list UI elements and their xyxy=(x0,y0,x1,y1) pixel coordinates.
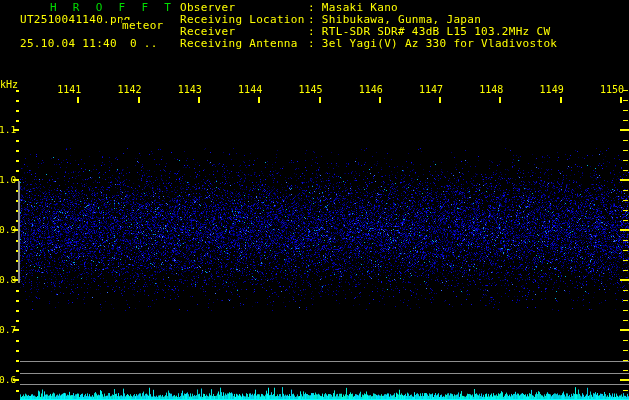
y-minor-tick-right xyxy=(623,210,628,211)
y-minor-tick-right xyxy=(623,220,628,221)
y-minor-tick xyxy=(16,390,19,392)
y-minor-tick xyxy=(16,310,19,312)
y-minor-tick xyxy=(16,160,19,162)
y-minor-tick xyxy=(16,100,19,102)
y-minor-tick xyxy=(16,360,19,362)
y-minor-tick-right xyxy=(623,240,628,241)
y-major-tick xyxy=(13,379,19,381)
x-tick xyxy=(258,97,260,103)
y-major-tick-right xyxy=(620,179,629,181)
x-tick-label: 1143 xyxy=(175,84,202,96)
y-minor-tick xyxy=(16,120,19,122)
level-reference-line xyxy=(20,373,629,374)
x-tick xyxy=(198,97,200,103)
y-minor-tick xyxy=(16,150,19,152)
y-minor-tick-right xyxy=(623,250,628,251)
y-minor-tick xyxy=(16,90,19,92)
y-minor-tick-right xyxy=(623,310,628,311)
y-major-tick xyxy=(13,329,19,331)
y-minor-tick xyxy=(16,140,19,142)
echo-counter: 0 .. xyxy=(130,38,158,50)
y-minor-tick-right xyxy=(623,100,628,101)
receiver-info-row: Receiving Antenna: 3el Yagi(V) Az 330 fo… xyxy=(180,38,557,50)
x-tick xyxy=(499,97,501,103)
y-minor-tick-right xyxy=(623,290,628,291)
x-tick xyxy=(620,97,622,103)
y-minor-tick xyxy=(16,110,19,112)
y-minor-tick-right xyxy=(623,270,628,271)
x-tick xyxy=(439,97,441,103)
y-minor-tick-right xyxy=(623,370,628,371)
y-minor-tick-right xyxy=(623,300,628,301)
y-minor-tick xyxy=(16,290,19,292)
x-tick-label: 1141 xyxy=(54,84,81,96)
y-major-tick-right xyxy=(620,329,629,331)
y-minor-tick xyxy=(16,170,19,172)
y-minor-tick-right xyxy=(623,390,628,391)
y-major-tick xyxy=(13,129,19,131)
y-minor-tick-right xyxy=(623,120,628,121)
x-tick-label: 1142 xyxy=(115,84,142,96)
hrofft-window: H R O F F T UT2510041140.png meteor 25.1… xyxy=(0,0,629,400)
y-minor-tick-right xyxy=(623,150,628,151)
y-minor-tick-right xyxy=(623,190,628,191)
x-tick-label: 1149 xyxy=(537,84,564,96)
y-minor-tick-right xyxy=(623,200,628,201)
spectrogram-canvas xyxy=(0,0,629,400)
x-tick-label: 1147 xyxy=(416,84,443,96)
y-minor-tick-right xyxy=(623,140,628,141)
filename: UT2510041140.png xyxy=(20,14,131,26)
y-minor-tick xyxy=(16,320,19,322)
y-minor-tick-right xyxy=(623,170,628,171)
x-tick-label: 1148 xyxy=(476,84,503,96)
y-major-tick-right xyxy=(620,279,629,281)
noise-band-marker-bar xyxy=(18,181,20,283)
y-minor-tick xyxy=(16,340,19,342)
y-minor-tick-right xyxy=(623,260,628,261)
level-reference-line xyxy=(20,361,629,362)
y-minor-tick xyxy=(16,350,19,352)
y-minor-tick-right xyxy=(623,320,628,321)
y-major-tick-right xyxy=(620,129,629,131)
level-reference-line xyxy=(20,384,629,385)
y-minor-tick-right xyxy=(623,110,628,111)
y-minor-tick xyxy=(16,370,19,372)
x-tick-label: 1150 xyxy=(597,84,624,96)
x-tick xyxy=(138,97,140,103)
x-tick-label: 1146 xyxy=(356,84,383,96)
y-minor-tick-right xyxy=(623,340,628,341)
y-minor-tick xyxy=(16,300,19,302)
observation-name: meteor xyxy=(122,20,164,32)
y-major-tick-right xyxy=(620,229,629,231)
field-separator: : xyxy=(308,37,322,50)
field-label: Receiving Antenna xyxy=(180,38,308,50)
x-tick-label: 1145 xyxy=(296,84,323,96)
x-tick xyxy=(319,97,321,103)
y-minor-tick-right xyxy=(623,350,628,351)
x-tick xyxy=(77,97,79,103)
observation-datetime: 25.10.04 11:40 xyxy=(20,38,117,50)
x-tick xyxy=(560,97,562,103)
x-tick xyxy=(379,97,381,103)
x-tick-label: 1144 xyxy=(235,84,262,96)
y-major-tick-right xyxy=(620,379,629,381)
field-value: 3el Yagi(V) Az 330 for Vladivostok xyxy=(322,37,557,50)
y-minor-tick-right xyxy=(623,160,628,161)
